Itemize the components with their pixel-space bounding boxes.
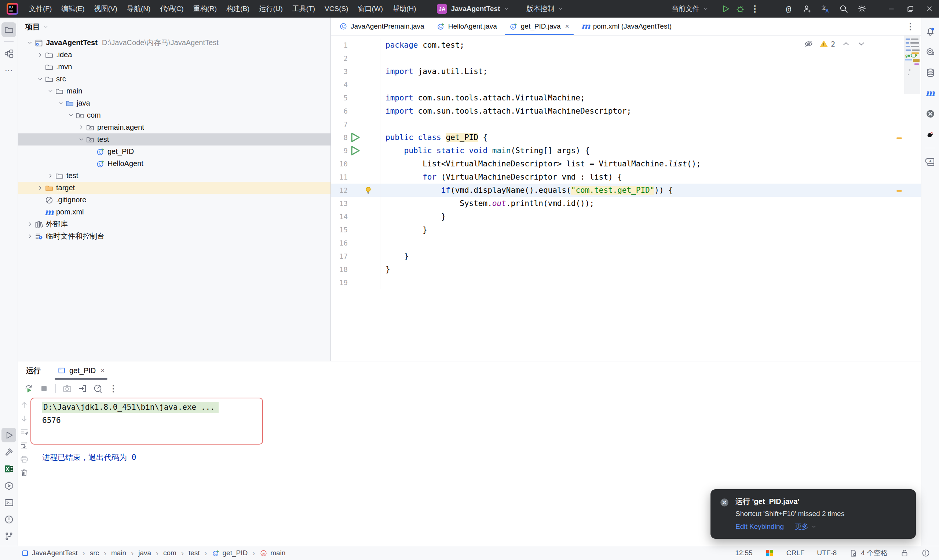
more-link[interactable]: 更多 xyxy=(795,522,817,531)
code-with-me-icon[interactable] xyxy=(800,2,814,16)
tree-item-.idea[interactable]: .idea xyxy=(18,49,330,61)
intention-bulb-icon[interactable] xyxy=(362,184,380,197)
code-line-7[interactable]: 7 xyxy=(331,118,921,131)
tree-item-pom.xml[interactable]: mpom.xml xyxy=(18,206,330,218)
breadcrumb-item-main[interactable]: mmain xyxy=(260,549,285,557)
build-tool-icon[interactable] xyxy=(2,445,16,459)
code-line-14[interactable]: 14 } xyxy=(331,210,921,223)
settings-icon[interactable] xyxy=(855,2,869,16)
database-tool-icon[interactable] xyxy=(923,65,937,80)
code-line-6[interactable]: 6import com.sun.tools.attach.VirtualMach… xyxy=(331,105,921,118)
git-tool-icon[interactable] xyxy=(2,529,16,543)
warning-stripe-mark[interactable] xyxy=(896,137,902,139)
services-tool-icon[interactable] xyxy=(2,478,16,493)
tree-item-[interactable]: 临时文件和控制台 xyxy=(18,230,330,242)
lock-open-icon[interactable] xyxy=(900,549,909,557)
close-icon[interactable]: × xyxy=(565,22,569,31)
prev-problem-icon[interactable] xyxy=(842,39,851,48)
tab-pom.xmlJavaAgentTest[interactable]: mpom.xml (JavaAgentTest) xyxy=(575,18,678,35)
code-line-3[interactable]: 3import java.util.List; xyxy=(331,65,921,78)
chevron-down-icon[interactable] xyxy=(56,98,65,108)
indent-widget[interactable]: 4 个空格 xyxy=(849,548,888,558)
code-line-19[interactable]: 19 xyxy=(331,276,921,289)
more-options-button[interactable]: ⋮ xyxy=(109,384,118,393)
tree-item-test[interactable]: test xyxy=(18,170,330,182)
menu-item[interactable]: 帮助(H) xyxy=(388,2,421,16)
plugin-x-icon[interactable] xyxy=(923,106,937,121)
problems-indicator-icon[interactable] xyxy=(921,549,930,557)
chevron-right-icon[interactable] xyxy=(25,232,34,241)
more-actions-icon[interactable]: ⋮ xyxy=(748,2,762,16)
chevron-right-icon[interactable] xyxy=(35,50,45,59)
code-line-8[interactable]: 8public class get_PID { xyxy=(331,131,921,144)
close-icon[interactable] xyxy=(920,0,939,18)
tab-JavaAgentPremain.java[interactable]: CJavaAgentPremain.java xyxy=(333,18,431,35)
tree-item-main[interactable]: main xyxy=(18,85,330,97)
breadcrumb-item-test[interactable]: test xyxy=(188,549,200,557)
minimize-icon[interactable] xyxy=(882,0,901,18)
stop-button[interactable] xyxy=(39,384,49,393)
tree-item-.mvn[interactable]: .mvn xyxy=(18,61,330,73)
tree-item-JavaAgentTest[interactable]: JavaAgentTestD:\JavaCode\内存马\JavaAgentTe… xyxy=(18,37,330,49)
chevron-down-icon[interactable] xyxy=(46,86,55,95)
excel-plugin-icon[interactable] xyxy=(2,462,16,476)
code-line-16[interactable]: 16 xyxy=(331,236,921,249)
code-line-9[interactable]: 9 public static void main(String[] args)… xyxy=(331,144,921,157)
run-config-selector[interactable]: 当前文件 xyxy=(672,4,709,14)
translate-icon[interactable]: 文A xyxy=(818,2,833,16)
ai-assistant-icon[interactable]: @ xyxy=(781,2,796,16)
chevron-down-icon[interactable] xyxy=(77,135,86,144)
more-tabs-icon[interactable]: ⋮ xyxy=(906,22,915,31)
dump-threads-button[interactable] xyxy=(78,384,87,393)
breadcrumb-item-com[interactable]: com xyxy=(163,549,176,557)
run-line-icon[interactable] xyxy=(348,144,362,157)
code-line-13[interactable]: 13 System.out.println(vmd.id()); xyxy=(331,197,921,210)
tab-HelloAgent.java[interactable]: CHelloAgent.java xyxy=(431,18,503,35)
chevron-down-icon[interactable] xyxy=(35,74,45,83)
chevron-down-icon[interactable] xyxy=(66,111,76,120)
next-problem-icon[interactable] xyxy=(857,39,866,48)
tree-item-com[interactable]: com xyxy=(18,109,330,121)
edit-keybinding-link[interactable]: Edit Keybinding xyxy=(735,523,784,531)
debug-button[interactable] xyxy=(733,2,748,16)
scroll-to-end-icon[interactable] xyxy=(20,441,29,450)
run-line-icon[interactable] xyxy=(348,131,362,144)
more-tool-windows-icon[interactable]: ⋯ xyxy=(2,63,16,78)
project-pane-header[interactable]: 项目 xyxy=(18,18,330,36)
code-line-2[interactable]: 2 xyxy=(331,52,921,65)
tree-item-test[interactable]: test xyxy=(18,134,330,146)
restore-icon[interactable] xyxy=(901,0,920,18)
problems-tool-icon[interactable] xyxy=(2,512,16,527)
tree-item-get_PID[interactable]: Cget_PID xyxy=(18,146,330,158)
code-line-17[interactable]: 17 } xyxy=(331,249,921,263)
scroll-up-icon[interactable] xyxy=(20,401,29,409)
menu-item[interactable]: 工具(T) xyxy=(288,2,320,16)
menu-item[interactable]: 构建(B) xyxy=(222,2,254,16)
tree-item-src[interactable]: src xyxy=(18,73,330,85)
rerun-button[interactable] xyxy=(24,384,33,393)
code-line-18[interactable]: 18} xyxy=(331,263,921,276)
run-tab-get-pid[interactable]: get_PID × xyxy=(56,362,106,380)
tree-item-.gitignore[interactable]: .gitignore xyxy=(18,194,330,206)
encoding-widget[interactable]: UTF-8 xyxy=(817,549,837,557)
documentation-tool-icon[interactable]: A xyxy=(923,154,937,169)
code-line-11[interactable]: 11 for (VirtualMachineDescriptor vmd : l… xyxy=(331,171,921,184)
terminal-tool-icon[interactable] xyxy=(2,495,16,510)
line-separator-widget[interactable]: CRLF xyxy=(786,549,805,557)
inspections-widget[interactable]: 2 xyxy=(804,39,866,48)
menu-item[interactable]: 代码(C) xyxy=(155,2,188,16)
menu-item[interactable]: 运行(U) xyxy=(254,2,287,16)
breadcrumb-item-get_PID[interactable]: Cget_PID xyxy=(212,549,248,557)
highlighting-off-icon[interactable] xyxy=(804,39,813,48)
tree-item-target[interactable]: target xyxy=(18,182,330,194)
vcs-widget[interactable]: 版本控制 xyxy=(526,4,563,14)
menu-item[interactable]: 窗口(W) xyxy=(353,2,388,16)
ime-language-icon[interactable] xyxy=(765,549,774,557)
menu-item[interactable]: 视图(V) xyxy=(89,2,122,16)
menu-item[interactable]: 导航(N) xyxy=(122,2,155,16)
run-button[interactable] xyxy=(718,2,733,16)
menu-item[interactable]: 重构(R) xyxy=(188,2,222,16)
code-line-12[interactable]: 12 if(vmd.displayName().equals("com.test… xyxy=(331,184,921,197)
warning-stripe-mark[interactable] xyxy=(896,190,902,192)
breadcrumb-item-JavaAgentTest[interactable]: JavaAgentTest xyxy=(21,549,78,557)
